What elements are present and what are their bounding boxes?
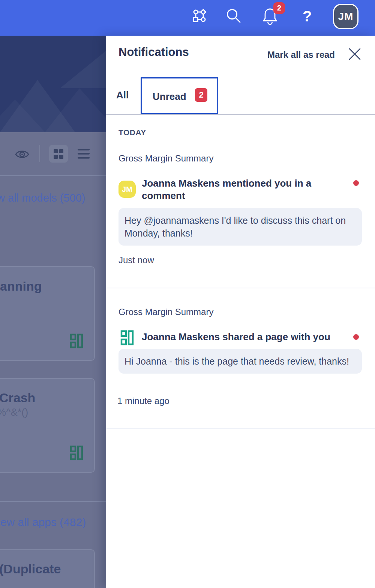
timestamp: 1 minute ago [117,396,170,406]
notification-group-label: Gross Margin Summary [118,153,213,164]
tab-all[interactable]: All [116,89,129,101]
tab-unread-label: Unread [153,91,186,103]
notifications-panel: Notifications Mark all as read All Unrea… [106,36,375,588]
tabs-divider [106,114,375,115]
unread-dot [353,180,359,186]
app-card-title: (Duplicate [0,562,61,576]
notification-item[interactable]: JM Joanna Maskens mentioned you in a com… [106,175,375,283]
notification-group-label: Gross Margin Summary [118,307,213,317]
notification-message: Hi Joanna - this is the page that needs … [118,349,362,374]
search-icon[interactable] [225,7,243,25]
help-icon[interactable]: ? [299,6,315,26]
app-screen: 2 ? JM [0,0,375,588]
timestamp: Just now [118,255,154,265]
app-page-icon [120,330,134,347]
model-network-icon[interactable] [191,8,208,24]
unread-count-badge: 2 [195,88,207,102]
eye-icon[interactable] [14,147,30,161]
model-card-title: Crash [0,390,35,405]
notification-title: Joanna Maskens shared a page with you [142,331,352,343]
view-all-models-link[interactable]: w all models (500) [0,192,85,204]
grid-view-icon[interactable] [49,145,68,163]
notification-message: Hey @joannamaskens I'd like to discuss t… [118,208,362,246]
model-card-title: anning [0,279,42,294]
bell-badge: 2 [273,2,285,14]
group-divider [106,288,375,288]
view-all-apps-link[interactable]: iew all apps (482) [0,516,86,529]
app-tile-icon [70,445,83,462]
user-avatar[interactable]: JM [333,4,358,29]
avatar: JM [118,181,136,198]
list-view-icon[interactable] [77,149,90,160]
unread-dot [353,334,359,340]
content-divider [0,175,106,176]
notification-title: Joanna Maskens mentioned you in a commen… [142,177,346,202]
topbar: 2 ? JM [0,0,375,36]
close-icon[interactable] [347,47,362,62]
notification-item[interactable]: Joanna Maskens shared a page with you Hi… [106,329,375,426]
toolbar-divider [39,145,40,162]
content-divider [0,501,106,502]
hero-banner [0,36,106,132]
notifications-bell-icon[interactable]: 2 [260,2,284,29]
section-label-today: TODAY [118,128,146,137]
model-card-subtitle: %^&*() [0,407,28,418]
app-tile-icon [70,333,83,350]
group-divider [106,428,375,429]
mark-all-as-read-button[interactable]: Mark all as read [267,50,335,60]
panel-title: Notifications [118,45,189,59]
